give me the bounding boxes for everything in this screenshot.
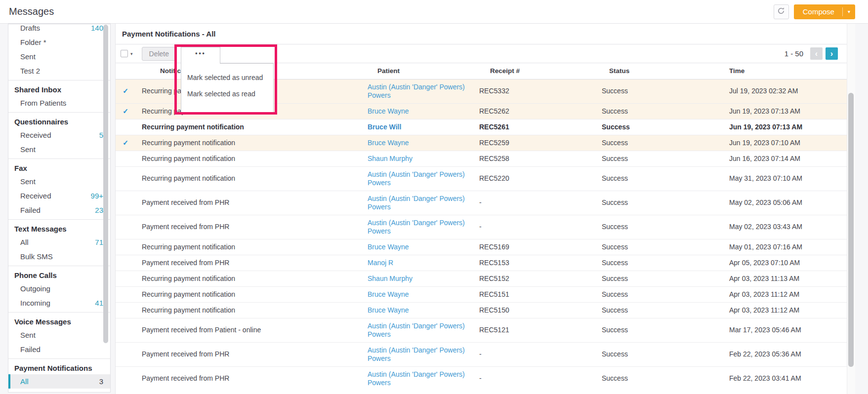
sidebar-item-label: Received <box>20 131 51 139</box>
receipt-cell: REC5151 <box>471 286 590 302</box>
sidebar-item-received[interactable]: Received5 <box>8 128 110 142</box>
row-check-cell[interactable] <box>116 318 135 342</box>
patient-cell: Bruce Will <box>360 119 471 135</box>
sidebar-item-from-patients[interactable]: From Patients <box>8 96 110 110</box>
table-row[interactable]: Recurring payment notificationBruce Wayn… <box>116 286 847 302</box>
table-row[interactable]: Recurring payment notificationBruce Will… <box>116 119 847 135</box>
patient-link[interactable]: Austin (Austin 'Danger' Powers) Powers <box>368 219 465 235</box>
row-check-cell[interactable] <box>116 342 135 366</box>
sidebar-item-label: Failed <box>20 206 41 214</box>
sidebar-item-sent[interactable]: Sent <box>8 142 110 157</box>
notification-cell: Payment received from PHR <box>135 342 360 366</box>
sidebar-scrollbar[interactable] <box>103 25 108 343</box>
row-check-cell[interactable] <box>116 302 135 318</box>
row-check-cell[interactable] <box>116 119 135 135</box>
time-cell: May 02, 2023 03:43 AM <box>719 215 847 239</box>
status-cell: Success <box>590 342 719 366</box>
delete-button[interactable]: Delete <box>142 47 176 61</box>
patient-link[interactable]: Manoj R <box>368 259 393 267</box>
sidebar-item-failed[interactable]: Failed <box>8 389 110 393</box>
row-check-cell[interactable] <box>116 255 135 271</box>
select-caret-icon[interactable]: ▾ <box>130 51 133 56</box>
sidebar-item-test-2[interactable]: Test 2 <box>8 64 110 78</box>
sidebar-item-all[interactable]: All3 <box>8 374 110 389</box>
sidebar-item-drafts[interactable]: Drafts140 <box>8 24 110 35</box>
row-check-cell[interactable] <box>116 215 135 239</box>
patient-link[interactable]: Bruce Wayne <box>368 243 409 251</box>
patient-link[interactable]: Bruce Wayne <box>368 306 409 314</box>
table-row[interactable]: Payment received from PHRAustin (Austin … <box>116 215 847 239</box>
sidebar-item-label: Test 2 <box>20 67 40 75</box>
time-cell: May 02, 2023 05:06 AM <box>719 191 847 215</box>
table-row[interactable]: Recurring payment notificationShaun Murp… <box>116 271 847 286</box>
patient-link[interactable]: Bruce Wayne <box>368 139 409 147</box>
sidebar-item-label: Sent <box>20 177 36 186</box>
receipt-cell: REC5220 <box>471 166 590 191</box>
sidebar-item-sent[interactable]: Sent <box>8 174 110 189</box>
row-check-cell[interactable] <box>116 271 135 286</box>
sidebar-item-all[interactable]: All71 <box>8 235 110 249</box>
table-row[interactable]: Payment received from PHRAustin (Austin … <box>116 366 847 391</box>
more-actions-button[interactable]: ••• <box>181 47 220 64</box>
table-row[interactable]: Payment received from PHRAustin (Austin … <box>116 342 847 366</box>
row-check-cell[interactable] <box>116 151 135 166</box>
patient-cell: Bruce Wayne <box>360 286 471 302</box>
time-cell: May 31, 2023 07:10 AM <box>719 166 847 191</box>
patient-link[interactable]: Austin (Austin 'Danger' Powers) Powers <box>368 170 465 187</box>
patient-link[interactable]: Austin (Austin 'Danger' Powers) Powers <box>368 346 465 362</box>
pagination-prev-button[interactable]: ‹ <box>810 47 823 60</box>
row-check-cell[interactable] <box>116 366 135 391</box>
compose-label: Compose <box>794 7 842 16</box>
patient-link[interactable]: Bruce Wayne <box>368 290 409 298</box>
status-cell: Success <box>590 215 719 239</box>
row-check-cell[interactable]: ✓ <box>116 103 135 119</box>
patient-link[interactable]: Austin (Austin 'Danger' Powers) Powers <box>368 83 465 99</box>
patient-link[interactable]: Austin (Austin 'Danger' Powers) Powers <box>368 322 465 338</box>
sidebar-item-sent[interactable]: Sent <box>8 49 110 64</box>
status-cell: Success <box>590 239 719 255</box>
sidebar-item-folder[interactable]: Folder * <box>8 35 110 49</box>
chevron-down-icon[interactable]: ▾ <box>843 9 855 14</box>
patient-link[interactable]: Austin (Austin 'Danger' Powers) Powers <box>368 370 465 387</box>
table-row[interactable]: Recurring payment notificationBruce Wayn… <box>116 302 847 318</box>
refresh-button[interactable] <box>774 4 789 19</box>
time-cell: Feb 22, 2023 05:36 AM <box>719 342 847 366</box>
table-row[interactable]: Payment received from PHRManoj RREC5153S… <box>116 255 847 271</box>
table-row[interactable]: Recurring payment notificationBruce Wayn… <box>116 239 847 255</box>
sidebar-item-sent[interactable]: Sent <box>8 328 110 342</box>
sidebar-item-bulk-sms[interactable]: Bulk SMS <box>8 249 110 264</box>
pagination-range: 1 - 50 <box>785 49 803 58</box>
row-check-cell[interactable]: ✓ <box>116 79 135 103</box>
sidebar-item-received[interactable]: Received99+ <box>8 189 110 203</box>
sidebar-item-outgoing[interactable]: Outgoing <box>8 281 110 296</box>
table-row[interactable]: Recurring payment notificationAustin (Au… <box>116 166 847 191</box>
row-check-cell[interactable] <box>116 166 135 191</box>
sidebar-item-incoming[interactable]: Incoming41 <box>8 296 110 310</box>
refresh-icon <box>777 7 785 17</box>
patient-link[interactable]: Shaun Murphy <box>368 275 413 282</box>
table-row[interactable]: Payment received from PHRAustin (Austin … <box>116 191 847 215</box>
row-check-cell[interactable] <box>116 191 135 215</box>
row-check-cell[interactable] <box>116 286 135 302</box>
table-row[interactable]: ✓Recurring payment notificationBruce Way… <box>116 135 847 151</box>
notification-cell: Payment received from Patient - online <box>135 318 360 342</box>
sidebar-item-count: 71 <box>95 238 103 246</box>
row-check-cell[interactable] <box>116 239 135 255</box>
patient-link[interactable]: Austin (Austin 'Danger' Powers) Powers <box>368 195 465 211</box>
sidebar-item-failed[interactable]: Failed23 <box>8 203 110 217</box>
menu-item-mark-selected-as-read[interactable]: Mark selected as read <box>181 86 273 102</box>
table-row[interactable]: Payment received from Patient - onlineAu… <box>116 318 847 342</box>
column-header-check <box>116 63 135 79</box>
select-all-checkbox[interactable] <box>121 50 128 57</box>
patient-link[interactable]: Bruce Wayne <box>368 107 409 115</box>
patient-link[interactable]: Bruce Will <box>368 123 401 131</box>
sidebar-item-failed[interactable]: Failed <box>8 342 110 356</box>
sidebar-item-count: 3 <box>99 377 103 386</box>
pagination-next-button[interactable]: › <box>826 47 838 60</box>
main-scrollbar-thumb[interactable] <box>848 93 854 367</box>
table-row[interactable]: Recurring payment notificationShaun Murp… <box>116 151 847 166</box>
patient-link[interactable]: Shaun Murphy <box>368 155 413 162</box>
menu-item-mark-selected-as-unread[interactable]: Mark selected as unread <box>181 70 273 86</box>
row-check-cell[interactable]: ✓ <box>116 135 135 151</box>
compose-button[interactable]: Compose ▾ <box>794 4 855 19</box>
